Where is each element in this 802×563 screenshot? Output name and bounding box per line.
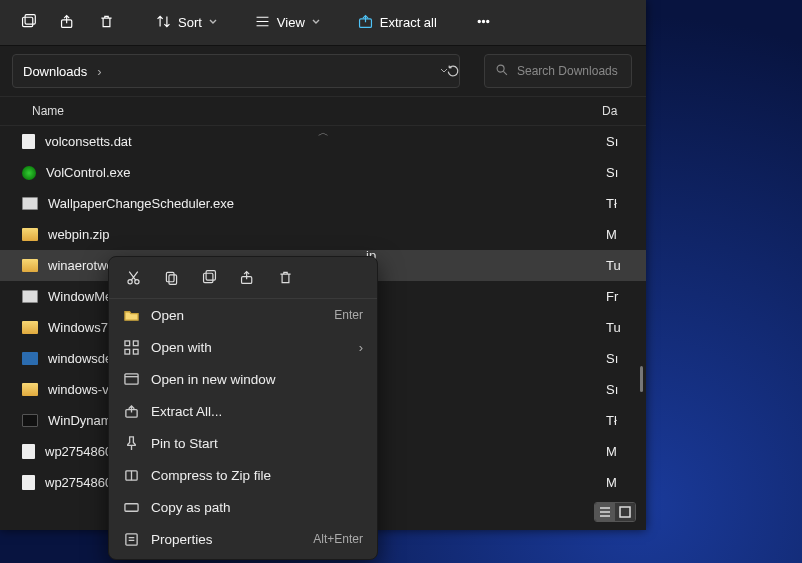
file-date: Sı	[606, 165, 632, 180]
view-icon	[254, 13, 271, 33]
context-item-label: Open with	[151, 340, 347, 355]
file-date: M	[606, 444, 632, 459]
file-date: M	[606, 475, 632, 490]
column-headers[interactable]: Name Da ︿	[0, 96, 646, 126]
context-item-accel: Enter	[334, 308, 363, 322]
context-item-extract-all[interactable]: Extract All...	[109, 395, 377, 427]
context-item-compress-to-zip-file[interactable]: Compress to Zip file	[109, 459, 377, 491]
view-button[interactable]: View	[246, 7, 329, 39]
svg-rect-20	[124, 373, 137, 383]
search-icon	[495, 63, 509, 80]
context-item-open[interactable]: OpenEnter	[109, 299, 377, 331]
file-date: Tł	[606, 196, 632, 211]
context-quick-actions	[109, 257, 377, 299]
chevron-right-icon: ›	[97, 64, 101, 79]
file-name: VolControl.exe	[46, 165, 596, 180]
cut-button[interactable]	[123, 268, 143, 288]
view-toggle	[594, 502, 636, 522]
more-icon	[475, 13, 492, 33]
scrollbar-thumb[interactable]	[640, 366, 643, 392]
extract-icon	[357, 13, 374, 33]
file-date: Sı	[606, 382, 632, 397]
svg-rect-8	[620, 507, 630, 517]
sort-button[interactable]: Sort	[147, 7, 226, 39]
delete-button[interactable]	[90, 7, 123, 39]
context-item-label: Open	[151, 308, 322, 323]
svg-point-10	[134, 280, 138, 284]
file-date: Fr	[606, 289, 632, 304]
scrollbar-track[interactable]	[634, 126, 646, 496]
svg-point-5	[482, 20, 484, 22]
file-row[interactable]: VolControl.exeSı	[0, 157, 646, 188]
context-item-open-with[interactable]: Open with›	[109, 331, 377, 363]
file-date: Sı	[606, 134, 632, 149]
refresh-button[interactable]	[444, 62, 462, 80]
pin-icon	[123, 435, 139, 451]
thumbnails-view-button[interactable]	[615, 503, 635, 521]
svg-rect-17	[133, 340, 138, 345]
chevron-down-icon	[208, 15, 218, 30]
file-row[interactable]: volconsetts.datSı	[0, 126, 646, 157]
svg-rect-23	[124, 503, 137, 511]
svg-rect-24	[125, 533, 136, 544]
file-row[interactable]: WallpaperChangeScheduler.exeTł	[0, 188, 646, 219]
exe-icon	[22, 166, 36, 180]
context-menu: OpenEnterOpen with›Open in new windowExt…	[108, 256, 378, 560]
chevron-down-icon	[311, 15, 321, 30]
context-item-label: Copy as path	[151, 500, 363, 515]
zip-icon	[22, 383, 38, 396]
copy-button[interactable]	[161, 268, 181, 288]
new-folder-button[interactable]	[12, 7, 45, 39]
exe-icon	[22, 290, 38, 303]
svg-rect-1	[25, 14, 35, 23]
extract-all-button[interactable]: Extract all	[349, 7, 445, 39]
zip-icon	[22, 228, 38, 241]
share-button[interactable]	[51, 7, 84, 39]
folder-icon	[123, 307, 139, 323]
props-icon	[123, 531, 139, 547]
context-item-pin-to-start[interactable]: Pin to Start	[109, 427, 377, 459]
rename-button[interactable]	[199, 268, 219, 288]
svg-point-7	[497, 65, 504, 72]
context-item-open-in-new-window[interactable]: Open in new window	[109, 363, 377, 395]
share-button[interactable]	[237, 268, 257, 288]
context-item-label: Pin to Start	[151, 436, 363, 451]
svg-rect-13	[203, 273, 212, 282]
context-item-label: Open in new window	[151, 372, 363, 387]
view-label: View	[277, 15, 305, 30]
file-date: Tu	[606, 320, 632, 335]
file-name: volconsetts.dat	[45, 134, 596, 149]
svg-rect-0	[23, 17, 33, 26]
exe-icon	[22, 197, 38, 210]
column-date[interactable]: Da	[602, 104, 632, 118]
breadcrumb-label: Downloads	[23, 64, 87, 79]
delete-button[interactable]	[275, 268, 295, 288]
context-item-copy-as-path[interactable]: Copy as path	[109, 491, 377, 523]
context-item-accel: Alt+Enter	[313, 532, 363, 546]
file-date: Tu	[606, 258, 632, 273]
column-name[interactable]: Name	[32, 104, 602, 118]
svg-rect-19	[133, 349, 138, 354]
svg-point-9	[127, 280, 131, 284]
file-name: WallpaperChangeScheduler.exe	[48, 196, 596, 211]
extract-label: Extract all	[380, 15, 437, 30]
file-date: Sı	[606, 351, 632, 366]
svg-rect-16	[124, 340, 129, 345]
details-view-button[interactable]	[595, 503, 615, 521]
file-date: Tł	[606, 413, 632, 428]
search-input[interactable]	[517, 64, 621, 78]
context-item-properties[interactable]: PropertiesAlt+Enter	[109, 523, 377, 555]
share-icon	[59, 13, 76, 33]
svg-rect-18	[124, 349, 129, 354]
search-box[interactable]	[484, 54, 632, 88]
breadcrumb[interactable]: Downloads ›	[12, 54, 460, 88]
more-button[interactable]	[467, 7, 500, 39]
file-icon	[22, 444, 35, 459]
file-row[interactable]: webpin.zipM	[0, 219, 646, 250]
trash-icon	[98, 13, 115, 33]
file-icon	[22, 475, 35, 490]
context-item-label: Properties	[151, 532, 301, 547]
chevron-right-icon: ›	[359, 340, 363, 355]
context-item-label: Compress to Zip file	[151, 468, 363, 483]
zip-icon	[22, 259, 38, 272]
